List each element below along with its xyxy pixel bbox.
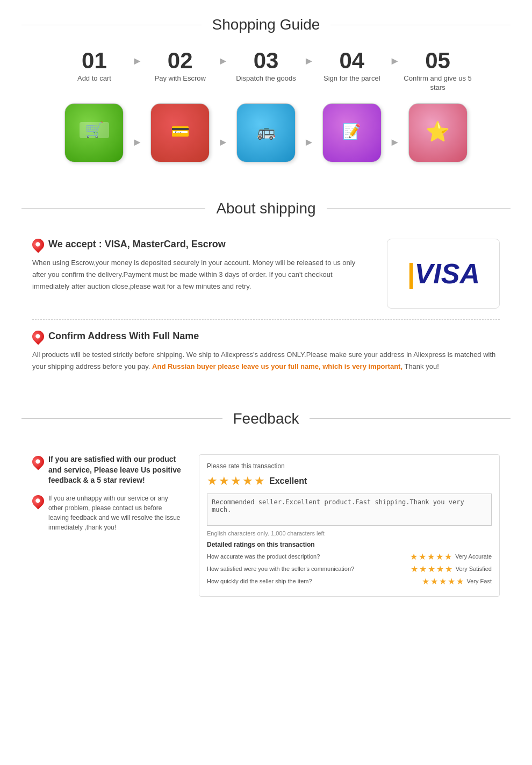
sign-icon-box: 📝: [322, 103, 382, 162]
rating-ans-1: ★ ★ ★ ★ ★ Very Accurate: [410, 552, 492, 562]
pin-icon-payment: [30, 236, 46, 253]
address-subtitle: Confirm Address With Full Name: [32, 331, 500, 342]
rating-row-2: How satisfied were you with the seller's…: [207, 564, 492, 574]
dispatch-icon-box: 🚌: [236, 103, 296, 162]
arrow-2: ►: [218, 49, 228, 67]
icon-item-1: 🛒: [56, 103, 132, 162]
svg-text:🛒: 🛒: [84, 121, 103, 139]
r2-star1: ★: [411, 564, 418, 574]
rating-q-3: How quickly did the seller ship the item…: [207, 578, 312, 584]
rating-ans-2: ★ ★ ★ ★ ★ Very Satisfied: [411, 564, 492, 574]
rating-label-2: Very Satisfied: [456, 566, 492, 572]
feedback-left-bottom-text: If you are unhappy with our service or a…: [48, 494, 183, 532]
step-icons-row: 🛒 ► 💳 ► 🚌: [0, 98, 532, 173]
pin-icon-feedback1: [30, 453, 46, 470]
svg-text:🚌: 🚌: [256, 123, 275, 140]
step-1: 01 Add to cart: [56, 49, 132, 83]
step-2: 02 Pay with Escrow: [142, 49, 218, 83]
feedback-section: Feedback If you are satisfied with our p…: [0, 394, 532, 618]
feedback-line-right: [310, 418, 511, 419]
visa-logo: |VISA: [407, 258, 480, 290]
fb-stars: ★ ★ ★ ★ ★: [207, 474, 265, 488]
address-block: Confirm Address With Full Name All produ…: [32, 331, 500, 378]
payment-body: When using Escrow,your money is deposite…: [32, 257, 371, 292]
r3-star1: ★: [422, 576, 429, 587]
r2-star2: ★: [419, 564, 427, 574]
r2-star3: ★: [428, 564, 435, 574]
fb-excellent-label: Excellent: [269, 476, 307, 486]
sign-icon: 📝: [330, 111, 373, 154]
fb-textarea[interactable]: Recommended seller.Excellent product.Fas…: [207, 494, 492, 526]
feedback-left-panel: If you are satisfied with our product an…: [32, 454, 183, 540]
step-2-label: Pay with Escrow: [155, 74, 206, 83]
step-1-label: Add to cart: [77, 74, 111, 83]
step-2-number: 02: [168, 49, 193, 72]
step-4-number: 04: [339, 49, 364, 72]
feedback-left-bottom-row: If you are unhappy with our service or a…: [32, 494, 183, 532]
shipping-title: About shipping: [211, 200, 321, 217]
pay-icon: 💳: [159, 111, 202, 154]
icon-item-3: 🚌: [228, 103, 304, 162]
step-5: 05 Confirm and give us 5 stars: [400, 49, 476, 92]
rating-q-2: How satisfied were you with the seller's…: [207, 566, 354, 572]
shopping-guide-title: Shopping Guide: [207, 16, 326, 33]
icon-arrow-1: ►: [132, 117, 142, 148]
icon-item-4: 📝: [314, 103, 390, 162]
rating-stars-1: ★ ★ ★ ★ ★: [410, 552, 452, 562]
r1-star5: ★: [444, 552, 452, 562]
star-4: ★: [242, 474, 253, 488]
address-tail: Thank you!: [402, 362, 439, 370]
star-5: ★: [254, 474, 265, 488]
fb-stars-row: ★ ★ ★ ★ ★ Excellent: [207, 474, 492, 488]
r1-star2: ★: [419, 552, 426, 562]
rating-row-3: How quickly did the seller ship the item…: [207, 576, 492, 587]
visa-logo-box: |VISA: [387, 239, 500, 309]
shipping-content: We accept : VISA, MasterCard, Escrow Whe…: [0, 228, 532, 389]
icon-item-2: 💳: [142, 103, 218, 162]
fb-detailed-label: Detailed ratings on this transaction: [207, 541, 492, 548]
rating-label-3: Very Fast: [467, 578, 492, 584]
pin-icon-feedback2: [30, 492, 46, 509]
r1-star3: ★: [427, 552, 435, 562]
rating-stars-2: ★ ★ ★ ★ ★: [411, 564, 452, 574]
arrow-1: ►: [132, 49, 142, 67]
shipping-section: About shipping We accept : VISA, MasterC…: [0, 184, 532, 394]
feedback-line-left: [21, 418, 222, 419]
r3-star4: ★: [448, 576, 455, 587]
fb-char-count: English characters only. 1,000 character…: [207, 530, 492, 537]
rating-row-1: How accurate was the product description…: [207, 552, 492, 562]
cart-icon-box: 🛒: [64, 103, 124, 162]
r2-star4: ★: [436, 564, 444, 574]
star-3: ★: [231, 474, 241, 488]
star-2: ★: [219, 474, 229, 488]
dispatch-icon: 🚌: [245, 111, 287, 154]
step-3-number: 03: [254, 49, 279, 72]
arrow-4: ►: [390, 49, 400, 67]
r2-star5: ★: [445, 564, 452, 574]
svg-text:📝: 📝: [342, 123, 361, 140]
header-line-left: [21, 25, 202, 25]
r3-star2: ★: [430, 576, 438, 587]
address-highlight: And Russian buyer please leave us your f…: [152, 362, 402, 370]
address-body: All products will be tested strictly bef…: [32, 349, 500, 373]
step-4-label: Sign for the parcel: [323, 74, 380, 83]
step-5-label: Confirm and give us 5 stars: [400, 74, 476, 92]
rating-q-1: How accurate was the product description…: [207, 553, 320, 560]
star-1: ★: [207, 474, 218, 488]
icon-arrow-4: ►: [390, 117, 400, 148]
icon-item-5: ⭐: [400, 103, 476, 162]
step-4: 04 Sign for the parcel: [314, 49, 390, 83]
step-5-number: 05: [425, 49, 450, 72]
rating-ans-3: ★ ★ ★ ★ ★ Very Fast: [422, 576, 492, 587]
payment-heading: We accept : VISA, MasterCard, Escrow: [48, 239, 226, 250]
svg-text:💳: 💳: [170, 123, 189, 140]
pay-icon-box: 💳: [150, 103, 210, 162]
icon-arrow-3: ►: [304, 117, 314, 148]
feedback-right-panel: Please rate this transaction ★ ★ ★ ★ ★ E…: [199, 454, 500, 597]
shipping-header: About shipping: [21, 200, 511, 217]
steps-numbers-row: 01 Add to cart ► 02 Pay with Escrow ► 03…: [0, 44, 532, 98]
shopping-guide-section: Shopping Guide 01 Add to cart ► 02 Pay w…: [0, 0, 532, 184]
step-3: 03 Dispatch the goods: [228, 49, 304, 83]
r1-star4: ★: [436, 552, 443, 562]
rating-stars-3: ★ ★ ★ ★ ★: [422, 576, 464, 587]
